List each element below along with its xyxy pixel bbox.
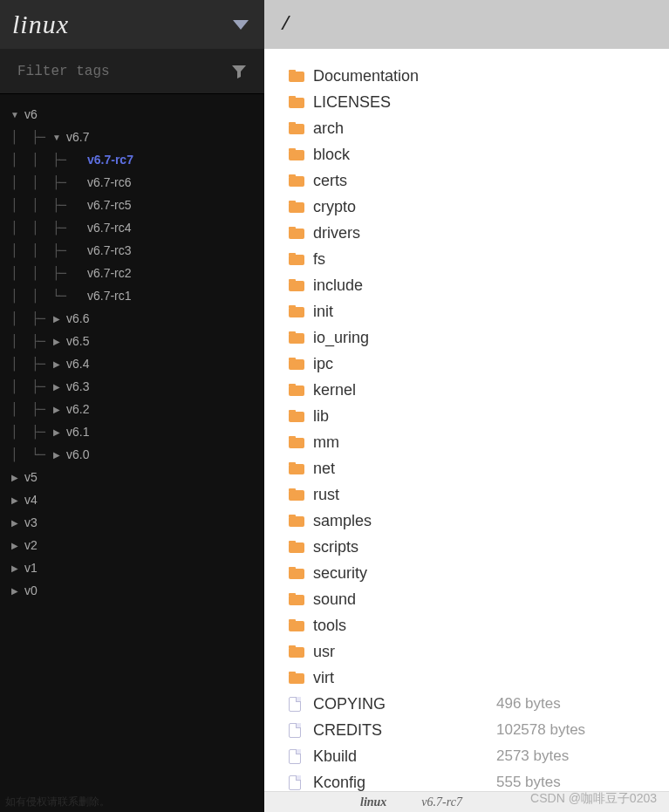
chevron-right-icon[interactable]: ▶	[52, 337, 61, 346]
file-row[interactable]: COPYING496 bytes	[289, 691, 664, 717]
tree-node[interactable]: ▼v6	[0, 103, 264, 126]
folder-row[interactable]: LICENSES	[289, 89, 664, 115]
folder-row[interactable]: lib	[289, 403, 664, 429]
entry-name: CREDITS	[313, 721, 496, 740]
entry-name: COPYING	[313, 695, 496, 713]
tree-node[interactable]: │ ├─▶v6.6	[0, 307, 264, 330]
folder-icon	[289, 331, 304, 344]
folder-row[interactable]: Documentation	[289, 63, 664, 89]
folder-row[interactable]: drivers	[289, 220, 664, 246]
file-row[interactable]: CREDITS102578 bytes	[289, 717, 664, 743]
tree-node-label: v2	[24, 538, 38, 552]
tree-node[interactable]: │ ├─▶v6.5	[0, 330, 264, 352]
tree-node[interactable]: ▶v0	[0, 579, 264, 602]
folder-row[interactable]: sound	[289, 586, 664, 612]
tree-node[interactable]: │ │ ├─ v6.7-rc4	[0, 216, 264, 239]
entry-name: Documentation	[313, 67, 496, 85]
folder-row[interactable]: ipc	[289, 351, 664, 377]
tree-node[interactable]: │ │ ├─ v6.7-rc7	[0, 148, 264, 171]
folder-row[interactable]: usr	[289, 638, 664, 665]
file-icon	[289, 697, 301, 712]
entry-name: tools	[313, 617, 496, 635]
chevron-right-icon[interactable]: ▶	[10, 541, 19, 550]
tree-node[interactable]: │ │ ├─ v6.7-rc6	[0, 171, 264, 194]
tree-node[interactable]: ▶v3	[0, 511, 264, 534]
chevron-right-icon[interactable]: ▶	[52, 405, 61, 414]
chevron-right-icon[interactable]: ▶	[10, 495, 19, 505]
chevron-right-icon[interactable]: ▶	[10, 563, 19, 573]
folder-row[interactable]: crypto	[289, 194, 664, 220]
tag-tree[interactable]: ▼v6│ ├─▼v6.7│ │ ├─ v6.7-rc7│ │ ├─ v6.7-r…	[0, 94, 264, 812]
path-bar[interactable]: /	[264, 0, 669, 49]
folder-row[interactable]: security	[289, 560, 664, 586]
tree-node[interactable]: │ ├─▶v6.3	[0, 375, 264, 398]
folder-row[interactable]: virt	[289, 665, 664, 691]
folder-icon	[289, 593, 304, 605]
file-listing[interactable]: DocumentationLICENSESarchblockcertscrypt…	[264, 49, 669, 791]
project-dropdown-icon[interactable]	[233, 20, 249, 30]
file-row[interactable]: Kbuild2573 bytes	[289, 743, 664, 769]
chevron-right-icon[interactable]: ▶	[52, 427, 61, 437]
folder-icon	[289, 174, 304, 187]
chevron-right-icon[interactable]: ▶	[52, 359, 61, 369]
tree-node[interactable]: │ │ └─ v6.7-rc1	[0, 284, 264, 307]
tree-leaf-spacer	[73, 223, 82, 233]
chevron-right-icon[interactable]: ▶	[52, 450, 61, 460]
folder-row[interactable]: net	[289, 455, 664, 481]
chevron-down-icon[interactable]: ▼	[52, 133, 61, 142]
tree-node[interactable]: │ ├─▶v6.1	[0, 420, 264, 443]
entry-name: LICENSES	[313, 93, 496, 112]
status-project: linux	[360, 795, 386, 809]
tree-node-label: v6.2	[66, 402, 89, 416]
tree-node[interactable]: │ ├─▶v6.4	[0, 352, 264, 375]
folder-row[interactable]: scripts	[289, 534, 664, 560]
tree-node[interactable]: ▶v4	[0, 488, 264, 511]
entry-name: arch	[313, 119, 496, 138]
tree-node[interactable]: │ ├─▶v6.2	[0, 398, 264, 420]
folder-icon	[289, 672, 304, 684]
filter-icon[interactable]	[231, 64, 247, 79]
folder-row[interactable]: fs	[289, 246, 664, 272]
chevron-right-icon[interactable]: ▶	[52, 314, 61, 324]
entry-name: mm	[313, 433, 496, 452]
tree-node[interactable]: ▶v5	[0, 466, 264, 488]
tree-node[interactable]: │ │ ├─ v6.7-rc5	[0, 194, 264, 216]
tree-node[interactable]: │ │ ├─ v6.7-rc2	[0, 262, 264, 284]
folder-row[interactable]: block	[289, 141, 664, 167]
chevron-right-icon[interactable]: ▶	[10, 518, 19, 528]
folder-row[interactable]: kernel	[289, 377, 664, 403]
folder-row[interactable]: certs	[289, 167, 664, 194]
folder-icon	[289, 358, 304, 370]
status-tag: v6.7-rc7	[421, 795, 462, 809]
folder-row[interactable]: arch	[289, 115, 664, 141]
file-row[interactable]: Kconfig555 bytes	[289, 769, 664, 791]
tree-node[interactable]: │ │ ├─ v6.7-rc3	[0, 239, 264, 262]
tree-node[interactable]: ▶v2	[0, 534, 264, 556]
folder-row[interactable]: samples	[289, 508, 664, 534]
tree-node[interactable]: │ ├─▼v6.7	[0, 126, 264, 148]
folder-row[interactable]: mm	[289, 429, 664, 455]
folder-row[interactable]: io_uring	[289, 324, 664, 351]
folder-row[interactable]: init	[289, 298, 664, 324]
chevron-right-icon[interactable]: ▶	[10, 473, 19, 482]
entry-name: init	[313, 303, 496, 321]
chevron-right-icon[interactable]: ▶	[52, 382, 61, 392]
folder-row[interactable]: rust	[289, 481, 664, 508]
entry-name: usr	[313, 643, 496, 661]
tree-node[interactable]: ▶v1	[0, 556, 264, 579]
chevron-right-icon[interactable]: ▶	[10, 586, 19, 596]
entry-name: block	[313, 146, 496, 164]
folder-icon	[289, 567, 304, 579]
chevron-down-icon[interactable]: ▼	[10, 110, 19, 119]
entry-name: kernel	[313, 381, 496, 399]
filter-tags-input[interactable]	[17, 64, 201, 79]
folder-icon	[289, 201, 304, 213]
entry-name: certs	[313, 172, 496, 190]
folder-row[interactable]: include	[289, 272, 664, 298]
tree-node[interactable]: │ └─▶v6.0	[0, 443, 264, 466]
filter-bar	[0, 49, 264, 94]
folder-icon	[289, 645, 304, 658]
tree-node-label: v4	[24, 493, 38, 507]
tree-node-label: v6.7	[66, 130, 89, 144]
folder-row[interactable]: tools	[289, 612, 664, 638]
